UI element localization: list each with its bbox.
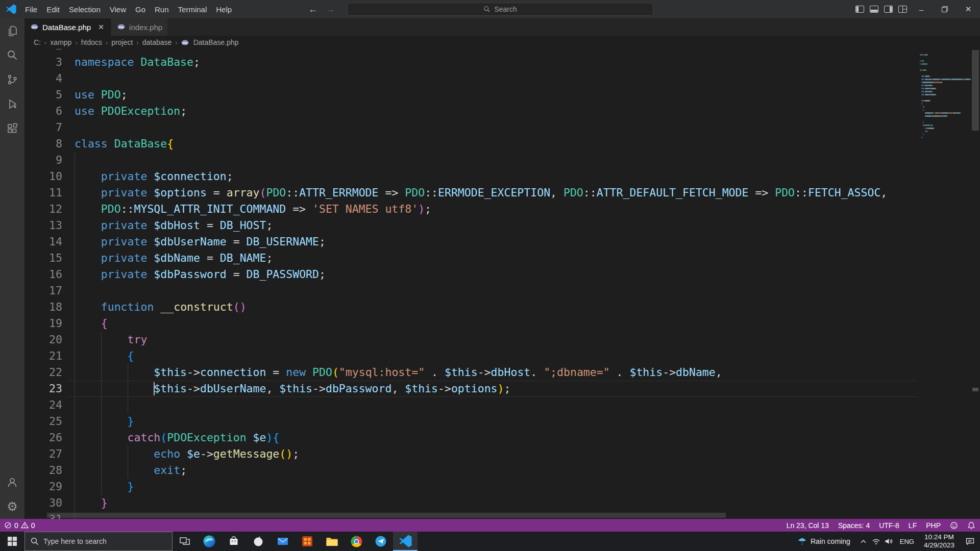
line-number[interactable]: 9	[24, 152, 62, 168]
code-line[interactable]: 14 private $dbUserName = DB_USERNAME;	[24, 234, 917, 250]
code-line[interactable]: 29 }	[24, 479, 917, 495]
line-number[interactable]: 24	[24, 397, 62, 413]
menu-file[interactable]: File	[20, 0, 42, 18]
hidden-icons-button[interactable]	[857, 532, 870, 551]
clock[interactable]: 10:24 PM 4/29/2023	[919, 533, 960, 549]
file-explorer-taskbar-button[interactable]	[320, 532, 344, 551]
code-line[interactable]: 27 echo $e->getMessage();	[24, 446, 917, 462]
status-indentation[interactable]: Spaces: 4	[834, 519, 874, 532]
breadcrumb-item[interactable]: DataBase.php	[193, 38, 239, 46]
breadcrumb-item[interactable]: project	[111, 38, 133, 46]
code-line[interactable]: 3namespace DataBase;	[24, 54, 917, 70]
minimize-button[interactable]: –	[910, 0, 933, 18]
line-number[interactable]: 8	[24, 136, 62, 152]
code-line[interactable]: 19 {	[24, 315, 917, 332]
code-line[interactable]: 24	[24, 397, 917, 413]
code-line[interactable]: 21 {	[24, 348, 917, 364]
app-orange-taskbar-button[interactable]	[295, 532, 320, 551]
problems-status[interactable]: 0 0	[0, 519, 39, 532]
taskbar-search-box[interactable]: Type here to search	[24, 532, 173, 551]
source-control-button[interactable]	[0, 67, 24, 92]
menu-run[interactable]: Run	[150, 0, 174, 18]
navigate-back-button[interactable]: ←	[308, 4, 317, 15]
weather-widget[interactable]: ☂ Rain coming	[791, 536, 857, 547]
line-number[interactable]: 15	[24, 250, 62, 266]
code-line[interactable]: 10 private $connection;	[24, 168, 917, 185]
app-teal-taskbar-button[interactable]	[369, 532, 393, 551]
line-number[interactable]: 29	[24, 479, 62, 495]
close-tab-icon[interactable]: ✕	[96, 23, 106, 31]
toggle-secondary-sidebar-button[interactable]	[881, 0, 895, 18]
status-encoding[interactable]: UTF-8	[874, 519, 904, 532]
line-number[interactable]: 13	[24, 217, 62, 234]
run-and-debug-button[interactable]	[0, 92, 24, 116]
notifications-button[interactable]	[963, 519, 980, 532]
breadcrumb-item[interactable]: htdocs	[81, 38, 102, 46]
line-number[interactable]: 27	[24, 446, 62, 462]
line-number[interactable]: 17	[24, 283, 62, 299]
menu-selection[interactable]: Selection	[64, 0, 105, 18]
mail-taskbar-button[interactable]	[271, 532, 295, 551]
scrollbar-thumb[interactable]	[972, 50, 979, 131]
line-number[interactable]: 22	[24, 364, 62, 381]
toggle-panel-button[interactable]	[867, 0, 881, 18]
code-line[interactable]: 9	[24, 152, 917, 168]
line-number[interactable]: 16	[24, 266, 62, 283]
line-number[interactable]: 26	[24, 430, 62, 446]
line-number[interactable]: 19	[24, 315, 62, 332]
input-language-indicator[interactable]: ENG	[895, 538, 919, 545]
code-line[interactable]: 26 catch(PDOException $e){	[24, 430, 917, 446]
feedback-button[interactable]	[945, 519, 963, 532]
breadcrumb-item[interactable]: C:	[34, 38, 41, 46]
code-line[interactable]: 30 }	[24, 495, 917, 511]
extensions-button[interactable]	[0, 116, 24, 141]
code-line[interactable]: 6use PDOException;	[24, 103, 917, 119]
line-number[interactable]: 12	[24, 201, 62, 217]
menu-help[interactable]: Help	[211, 0, 236, 18]
code-line[interactable]: 8class DataBase{	[24, 136, 917, 152]
line-number[interactable]: 4	[24, 70, 62, 87]
line-number[interactable]: 5	[24, 87, 62, 103]
toggle-primary-sidebar-button[interactable]	[852, 0, 867, 18]
code-line[interactable]: 16 private $dbPassword = DB_PASSWORD;	[24, 266, 917, 283]
code-line[interactable]: 12 PDO::MYSQL_ATTR_INIT_COMMAND => 'SET …	[24, 201, 917, 217]
code-line[interactable]: 18 function __construct()	[24, 299, 917, 315]
code-line[interactable]: 7	[24, 119, 917, 136]
status-eol[interactable]: LF	[904, 519, 921, 532]
store-taskbar-button[interactable]	[222, 532, 246, 551]
line-number[interactable]: 18	[24, 299, 62, 315]
volume-status[interactable]	[883, 532, 895, 551]
action-center-button[interactable]	[960, 537, 980, 545]
code-line[interactable]: 11 private $options = array(PDO::ATTR_ER…	[24, 185, 917, 201]
start-button[interactable]	[0, 532, 24, 551]
network-status[interactable]	[870, 532, 883, 551]
code-line[interactable]: 23 $this->dbUserName, $this->dbPassword,…	[24, 381, 917, 397]
code-line[interactable]: 28 exit;	[24, 462, 917, 479]
app-light-taskbar-button[interactable]	[246, 532, 271, 551]
line-number[interactable]: 10	[24, 168, 62, 185]
status-cursor-position[interactable]: Ln 23, Col 13	[782, 519, 834, 532]
line-number[interactable]: 3	[24, 54, 62, 70]
task-view-taskbar-button[interactable]	[173, 532, 197, 551]
customize-layout-button[interactable]	[895, 0, 910, 18]
breadcrumb-item[interactable]: xampp	[50, 38, 71, 46]
line-number[interactable]: 21	[24, 348, 62, 364]
code-line[interactable]: 17	[24, 283, 917, 299]
horizontal-scrollbar[interactable]	[47, 513, 726, 518]
line-number[interactable]: 14	[24, 234, 62, 250]
code-line[interactable]: 2	[24, 49, 917, 54]
close-button[interactable]: ✕	[957, 0, 980, 18]
accounts-button[interactable]	[0, 470, 24, 494]
search-button[interactable]	[0, 43, 24, 67]
menu-view[interactable]: View	[105, 0, 131, 18]
line-number[interactable]: 28	[24, 462, 62, 479]
settings-button[interactable]: ⚙	[0, 494, 24, 519]
vertical-scrollbar[interactable]	[971, 49, 980, 519]
breadcrumb-item[interactable]: database	[142, 38, 172, 46]
tab-index.php[interactable]: phpindex.php	[111, 18, 168, 36]
editor[interactable]: 23namespace DataBase;45use PDO;6use PDOE…	[24, 49, 917, 519]
line-number[interactable]: 7	[24, 119, 62, 136]
tab-DataBase.php[interactable]: phpDataBase.php✕	[24, 18, 111, 36]
line-number[interactable]: 6	[24, 103, 62, 119]
menu-edit[interactable]: Edit	[42, 0, 64, 18]
